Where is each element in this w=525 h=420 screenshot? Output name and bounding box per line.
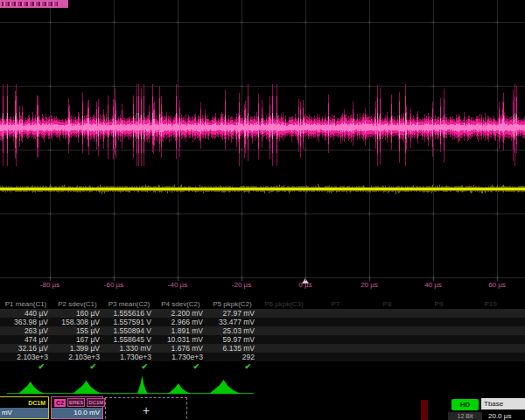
clipped-label-text: [2, 2, 58, 6]
measure-value: 2.200 mV: [155, 309, 206, 318]
measure-value: 167 µV: [52, 335, 103, 344]
measurement-table: P1 mean(C1)P2 sdev(C1)P3 mean(C2)P4 sdev…: [0, 298, 525, 372]
param-header-p4[interactable]: P4 sdev(C2): [155, 300, 206, 308]
measure-value: 2.103e+3: [0, 353, 52, 361]
add-channel-button[interactable]: +: [105, 397, 187, 420]
measure-value: 27.97 mV: [206, 309, 258, 318]
measure-row: 2.103e+32.103e+31.730e+31.730e+3292: [0, 353, 525, 361]
param-header-p10[interactable]: P10: [465, 300, 516, 308]
axis-tick-label: -40 µs: [168, 281, 187, 289]
measure-value: 1.550894 V: [103, 326, 155, 335]
channel-c1-descriptor[interactable]: C1 DC1M 10.0 mV: [0, 396, 49, 419]
param-header-p9[interactable]: P9: [413, 300, 465, 308]
graticule: [0, 0, 525, 278]
measure-value: 33.477 mV: [206, 318, 258, 326]
param-header-p5[interactable]: P5 pkpk(C2): [206, 300, 258, 308]
measure-value: 10.031 mV: [155, 335, 206, 344]
measure-value: 155 µV: [52, 326, 103, 335]
channel-c2-descriptor[interactable]: C2 ERES DC1M 10.0 mV: [51, 396, 103, 419]
axis-tick-label: -20 µs: [232, 281, 251, 289]
param-header-p7[interactable]: P7: [310, 300, 361, 308]
measure-value: 2.103e+3: [52, 353, 103, 361]
hd-bits-label: 12 Bit: [448, 412, 482, 420]
measure-row: 474 µV167 µV1.558645 V10.031 mV59.97 mV: [0, 335, 525, 344]
measure-value: 1.730e+3: [103, 353, 155, 361]
axis-tick-label: 20 µs: [360, 281, 378, 289]
waveform-svg: [0, 0, 525, 278]
hd-mode-badge[interactable]: HD: [452, 399, 479, 410]
measure-row: 363.98 µV158.308 µV1.557591 V2.966 mV33.…: [0, 318, 525, 326]
c2-badge: C2: [54, 399, 66, 407]
measure-value: 1.558645 V: [103, 335, 155, 344]
plus-icon: +: [143, 403, 150, 417]
checkmark-icon: ✔: [155, 362, 206, 371]
measure-value: 25.03 mV: [206, 326, 258, 335]
param-header-p2[interactable]: P2 sdev(C1): [52, 300, 103, 308]
waveform-grid: [0, 0, 525, 278]
measure-value: 1.330 mV: [103, 344, 155, 353]
axis-tick-label: -80 µs: [40, 281, 60, 289]
c2-volts-per-div: 10.0 mV: [52, 408, 102, 418]
timebase-value: 20.0 µs: [481, 411, 525, 420]
descriptor-row: C1 DC1M 10.0 mV C2 ERES DC1M 10.0 mV + H…: [0, 396, 525, 420]
parameter-header-row: P1 mean(C1)P2 sdev(C1)P3 mean(C2)P4 sdev…: [0, 298, 525, 309]
measure-value: 474 µV: [0, 335, 52, 344]
status-row: ✔✔✔✔✔: [0, 361, 525, 372]
oscilloscope-screen: -100 µs-80 µs-60 µs-40 µs-20 µs0 µs20 µs…: [0, 0, 525, 420]
measure-value: 32.16 µV: [0, 344, 52, 353]
axis-tick-label: 0 µs: [298, 281, 312, 289]
c1-flat-trace: [0, 184, 525, 193]
timebase-descriptor[interactable]: Tbase: [481, 398, 525, 410]
checkmark-icon: ✔: [0, 362, 52, 371]
measure-value: 363.98 µV: [0, 318, 52, 326]
measure-value: 292: [206, 353, 258, 361]
measure-value: 1.730e+3: [155, 353, 206, 361]
time-axis: -100 µs-80 µs-60 µs-40 µs-20 µs0 µs20 µs…: [0, 278, 525, 292]
measure-value: 263 µV: [0, 326, 52, 335]
measure-value: 158.308 µV: [52, 318, 103, 326]
param-header-p6[interactable]: P6 pkpk(C3): [258, 300, 310, 308]
measure-value: 1.399 µV: [52, 344, 103, 353]
measure-value: 59.97 mV: [206, 335, 258, 344]
measure-row: 32.16 µV1.399 µV1.330 mV1.676 mV6.135 mV: [0, 344, 525, 353]
measure-value: 1.555616 V: [103, 309, 155, 318]
c1-coupling-label: DC1M: [28, 400, 46, 406]
axis-tick-label: -60 µs: [104, 281, 123, 289]
param-header-p3[interactable]: P3 mean(C2): [103, 300, 155, 308]
measure-value: 1.891 mV: [155, 326, 206, 335]
measure-value: 160 µV: [52, 309, 103, 318]
measure-value: 440 µV: [0, 309, 52, 318]
c2-coupling-badge: DC1M: [87, 398, 105, 407]
measure-value: 6.135 mV: [206, 344, 258, 353]
clipped-trigger-descriptor: [421, 400, 428, 420]
param-header-p1[interactable]: P1 mean(C1): [0, 300, 52, 308]
c1-volts-per-div: 10.0 mV: [0, 408, 48, 418]
measure-value: 2.966 mV: [155, 318, 206, 326]
clipped-trace-label: [0, 0, 68, 8]
measure-row: 440 µV160 µV1.555616 V2.200 mV27.97 mV: [0, 309, 525, 318]
axis-tick-label: 40 µs: [424, 281, 442, 289]
checkmark-icon: ✔: [206, 362, 258, 371]
measure-row: 263 µV155 µV1.550894 V1.891 mV25.03 mV: [0, 326, 525, 335]
c2-eres-badge: ERES: [67, 398, 85, 407]
c2-noise-trace: [0, 84, 524, 166]
checkmark-icon: ✔: [103, 362, 155, 371]
checkmark-icon: ✔: [52, 362, 103, 371]
parameter-histicons: [0, 374, 525, 396]
measure-value: 1.557591 V: [103, 318, 155, 326]
measure-value: 1.676 mV: [155, 344, 206, 353]
param-header-p8[interactable]: P8: [361, 300, 413, 308]
axis-tick-label: 60 µs: [488, 281, 506, 289]
